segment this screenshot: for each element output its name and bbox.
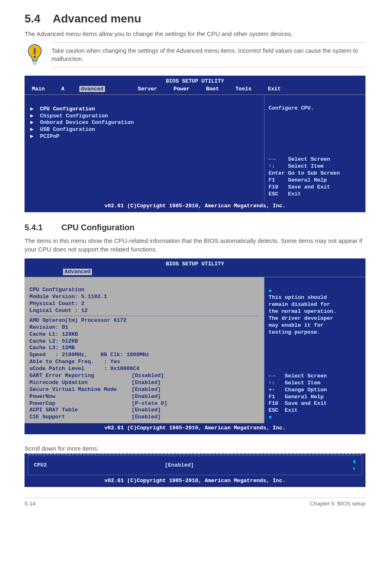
bios2-set-3-val[interactable]: [Enabled] bbox=[132, 393, 161, 399]
nav2-lbl-lr: Select Screen bbox=[285, 373, 327, 379]
svg-rect-3 bbox=[33, 63, 37, 65]
nav2-key-f1: F1 bbox=[269, 394, 275, 400]
nav2-key-f10: F10 bbox=[269, 400, 278, 406]
section-title: 5.4 Advanced menu bbox=[25, 12, 365, 25]
subsection-title: 5.4.1CPU Configuration bbox=[25, 223, 365, 232]
subsection-intro: The items in this menu show the CPU-rela… bbox=[25, 236, 365, 254]
bios1-item-4[interactable]: PCIPnP bbox=[40, 133, 59, 139]
bios2-proc-7: uCode Patch Level : 0x10000C4 bbox=[29, 366, 139, 372]
bios1-title: BIOS SETUP UTILITY bbox=[25, 76, 365, 85]
bios-screen-cpu-config: BIOS SETUP UTILITY Advanced CPU Configur… bbox=[25, 258, 365, 434]
bios2-set-0-name[interactable]: GART Error Reporting bbox=[29, 373, 132, 379]
subsection-name: CPU Configuration bbox=[61, 223, 134, 232]
bios2-proc-3: Cache L2: 512KB bbox=[29, 338, 78, 344]
bios1-item-2[interactable]: Onborad Devices Configuration bbox=[40, 119, 134, 126]
svg-point-1 bbox=[34, 56, 36, 58]
svg-rect-0 bbox=[34, 48, 36, 54]
bios1-item-3[interactable]: USB Configuration bbox=[40, 126, 95, 132]
bios2-title: BIOS SETUP UTILITY bbox=[25, 258, 365, 268]
menu-boot[interactable]: Boot bbox=[206, 86, 219, 93]
caution-callout: Take caution when changing the settings … bbox=[25, 43, 365, 67]
bios2-proc-5: Speed : 2100MHz, NB Clk: 1800MHz bbox=[29, 352, 149, 358]
nav-key-ud: ↑↓ bbox=[269, 163, 275, 169]
caution-text: Take caution when changing the settings … bbox=[52, 44, 365, 66]
menu-tools[interactable]: Tools bbox=[235, 86, 252, 93]
menu-main[interactable]: Main bbox=[32, 86, 45, 93]
bios2-info-1: Physical Count: 2 bbox=[29, 301, 85, 307]
bios2-help-1: remain disabled for bbox=[269, 301, 330, 307]
bios2-set-0-val[interactable]: [Disabled] bbox=[132, 373, 164, 379]
nav-lbl-ud: Select Item bbox=[288, 163, 323, 169]
bios1-main-panel: ▶ CPU Configuration ▶ Chipset Configurat… bbox=[25, 95, 264, 201]
bios2-set-2-name[interactable]: Secure Virtual Machine Mode bbox=[29, 386, 132, 393]
nav2-key-lr: ←→ bbox=[269, 373, 275, 379]
bios2-main-panel: CPU Configuration Module Version: 5.1102… bbox=[25, 277, 264, 423]
nav-key-enter: Enter bbox=[269, 170, 285, 176]
bios2-help-3: The driver developer bbox=[269, 315, 333, 321]
bios3-item-name: CPU2 bbox=[34, 462, 165, 469]
bios1-footer: v02.61 (C)Copyright 1985-2010, American … bbox=[25, 201, 365, 212]
nav-key-f1: F1 bbox=[269, 177, 275, 183]
page-footer: 5-14 Chapter 5: BIOS setup bbox=[25, 498, 365, 507]
nav2-lbl-pm: Change Option bbox=[285, 387, 327, 393]
bios2-info-2: Logical Count : 12 bbox=[29, 307, 87, 314]
chapter-label: Chapter 5: BIOS setup bbox=[310, 500, 365, 507]
bios2-proc-0: AMD Opteron(tm) Processor 6172 bbox=[29, 317, 126, 323]
bios2-set-1-name[interactable]: Microcode Updation bbox=[29, 379, 132, 386]
bios2-set-6-val[interactable]: [Enabled] bbox=[132, 414, 161, 420]
caution-icon bbox=[25, 43, 45, 67]
menu-power[interactable]: Power bbox=[173, 86, 190, 93]
dashed-top-border bbox=[28, 453, 362, 455]
bios2-set-6-name[interactable]: C1E Support bbox=[29, 414, 132, 421]
bios2-help-2: the normal operation. bbox=[269, 308, 336, 314]
bios2-help-4: may enable it for bbox=[269, 322, 324, 328]
intro-text: The Advanced menu items allow you to cha… bbox=[25, 29, 365, 38]
bios2-set-1-val[interactable]: [Enabled] bbox=[132, 379, 161, 386]
nav-lbl-esc: Exit bbox=[288, 191, 301, 197]
bios2-set-2-val[interactable]: [Enabled] bbox=[132, 386, 161, 393]
bios2-proc-1: Revision: D1 bbox=[29, 324, 68, 330]
bios3-row[interactable]: CPU2 [Enabled] ▮▼ bbox=[28, 456, 362, 475]
bios1-item-0[interactable]: CPU Configuration bbox=[40, 106, 95, 112]
menu-server[interactable]: Server bbox=[138, 86, 157, 93]
divider bbox=[29, 316, 259, 316]
bios2-menubar: Advanced bbox=[25, 268, 365, 277]
menu-exit[interactable]: Exit bbox=[268, 86, 281, 93]
bios2-help-5: testing purpose. bbox=[269, 329, 321, 335]
menu-advanced-prefix: A bbox=[61, 86, 65, 92]
nav2-key-ud: ↑↓ bbox=[269, 380, 275, 386]
bios2-set-5-val[interactable]: [Enabled] bbox=[132, 407, 161, 413]
nav-key-esc: ESC bbox=[269, 191, 278, 197]
scroll-up-icon[interactable]: ▲ bbox=[269, 287, 272, 294]
bios3-item-val: [Enabled] bbox=[165, 462, 194, 469]
bios3-scroll-icon[interactable]: ▮▼ bbox=[353, 458, 356, 472]
bios1-nav-block: ←→ Select Screen ↑↓ Select Item Enter Go… bbox=[269, 150, 340, 198]
bios2-tab-advanced[interactable]: Advanced bbox=[63, 269, 92, 276]
nav2-lbl-f1: General Help bbox=[285, 394, 324, 400]
bios2-help-panel: ▲ This option should remain disabled for… bbox=[264, 277, 365, 423]
bios2-header: CPU Configuration bbox=[29, 287, 85, 293]
nav2-key-esc: ESC bbox=[269, 407, 278, 413]
bios2-proc-6: Able to Change Freq. : Yes bbox=[29, 359, 120, 365]
section-name: Advanced menu bbox=[53, 12, 141, 25]
bios2-set-4-name[interactable]: PowerCap bbox=[29, 400, 132, 407]
bios2-info-0: Module Version: 5.1102.1 bbox=[29, 294, 107, 300]
bios2-proc-4: Cache L3: 12MB bbox=[29, 345, 75, 351]
menu-advanced[interactable]: Advanced bbox=[61, 86, 121, 93]
menu-advanced-sel: dvanced bbox=[79, 86, 105, 92]
bios2-set-5-name[interactable]: ACPI SRAT Table bbox=[29, 407, 132, 414]
bios2-set-4-val[interactable]: [P-state 0] bbox=[132, 400, 167, 406]
bios3-footer: v02.61 (C)Copyright 1985-2010, American … bbox=[25, 476, 365, 487]
nav2-lbl-f10: Save and Exit bbox=[285, 400, 327, 406]
nav-key-lr: ←→ bbox=[269, 156, 275, 162]
bios1-item-1[interactable]: Chipset Configuration bbox=[40, 113, 108, 119]
bios-screen-advanced-menu: BIOS SETUP UTILITY Main Advanced Server … bbox=[25, 76, 365, 212]
nav2-lbl-ud: Select Item bbox=[285, 380, 321, 386]
scroll-down-icon[interactable]: ▼ bbox=[269, 415, 272, 422]
nav-lbl-enter: Go to Sub Screen bbox=[288, 170, 340, 176]
scroll-note: Scroll down for more items. bbox=[25, 445, 365, 452]
svg-rect-2 bbox=[32, 62, 37, 63]
bios2-proc-2: Cache L1: 128KB bbox=[29, 331, 78, 337]
bios2-footer: v02.61 (C)Copyright 1985-2010, American … bbox=[25, 423, 365, 434]
bios2-set-3-name[interactable]: PowerNow bbox=[29, 393, 132, 400]
